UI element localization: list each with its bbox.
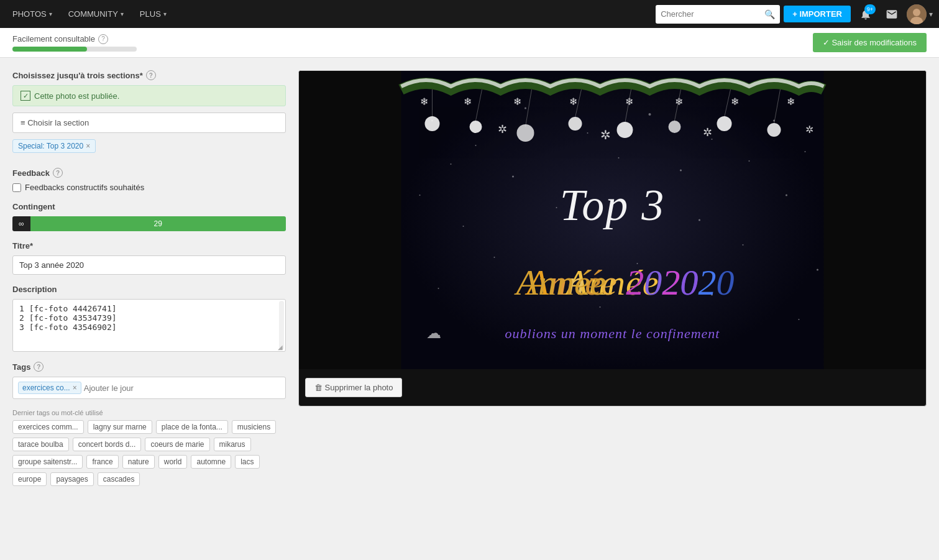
svg-point-14 [512,176,514,178]
tag-suggestion-4[interactable]: tarace boulba [12,438,69,451]
svg-text:2020: 2020 [662,262,735,303]
tag-suggestions: exercices comm... lagny sur marne place … [12,420,286,486]
svg-text:Top 3: Top 3 [560,180,665,230]
tag-chip[interactable]: exercices co... × [18,382,81,394]
tag-suggestion-11[interactable]: world [158,455,188,469]
svg-point-15 [618,157,620,158]
search-input[interactable] [661,9,764,19]
tag-suggestion-15[interactable]: paysages [50,472,93,486]
titre-form-section: Titre* [12,241,286,275]
tag-suggestion-14[interactable]: europe [12,472,47,486]
section-tag-badge[interactable]: Special: Top 3 2020 × [12,139,96,153]
tag-suggestion-10[interactable]: nature [122,455,155,469]
last-tags-label: Dernier tags ou mot-clé utilisé [12,409,286,416]
tags-label: Tags [12,362,30,372]
contingent-value: 29 [154,219,162,228]
feedback-help-icon[interactable]: ? [53,168,63,178]
svg-text:❄: ❄ [731,96,739,107]
svg-point-7 [524,108,526,109]
notification-bell[interactable]: 9+ [854,3,877,25]
sections-help-icon[interactable]: ? [146,70,156,80]
svg-point-30 [799,319,800,320]
svg-text:oublions un moment le confinem: oublions un moment le confinement [505,326,720,341]
tag-suggestion-16[interactable]: cascades [98,472,140,486]
feedback-label: Feedback [12,168,50,178]
section-tag-text: Special: Top 3 2020 [18,142,83,150]
svg-point-23 [494,257,495,258]
user-avatar-button[interactable]: ▾ [907,4,933,24]
svg-point-10 [712,139,713,140]
delete-photo-button[interactable]: 🗑 Supprimer la photo [305,378,402,397]
tag-suggestion-9[interactable]: france [86,455,118,469]
choose-section-button[interactable]: ≡ Choisir la section [12,112,286,133]
tag-suggestion-12[interactable]: automne [191,455,231,469]
mail-icon[interactable] [881,3,903,25]
svg-point-20 [463,226,464,227]
right-panel: ❄❄ ❄❄ ❄❄ ❄❄ [298,70,927,531]
svg-point-1 [913,9,920,16]
section-tag-remove[interactable]: × [86,142,90,150]
import-button[interactable]: + IMPORTER [784,6,851,22]
top-nav: PHOTOS ▾ COMMUNITY ▾ PLUS ▾ 🔍 + IMPORTER… [0,0,939,28]
titre-input[interactable] [12,255,286,275]
titre-label: Titre* [12,241,33,250]
nav-photos[interactable]: PHOTOS ▾ [6,0,58,28]
tags-help-icon[interactable]: ? [34,362,44,372]
image-svg: ❄❄ ❄❄ ❄❄ ❄❄ [299,71,926,369]
sections-form-section: Choisissez jusqu'à trois sections* ? ✓ C… [12,70,286,158]
photos-chevron-icon: ▾ [49,11,52,17]
svg-text:☁: ☁ [426,324,441,341]
feedback-checkbox-row[interactable]: Feedbacks constructifs souhaités [12,183,286,192]
nav-community-label: COMMUNITY [68,9,118,19]
tag-suggestion-5[interactable]: concert bords d... [73,438,142,451]
svg-point-12 [805,151,806,152]
tag-suggestion-3[interactable]: musiciens [232,420,276,434]
avatar [907,4,927,24]
textarea-resize-handle[interactable]: ◢ [278,344,285,351]
svg-text:❄: ❄ [569,96,577,107]
published-notice-text: Cette photo est publiée. [34,91,119,101]
published-check-icon: ✓ [21,91,30,101]
tag-suggestion-8[interactable]: groupe saitenstr... [12,455,83,469]
nav-plus[interactable]: PLUS ▾ [134,0,173,28]
svg-point-54 [767,123,781,137]
tag-suggestion-0[interactable]: exercices comm... [12,420,84,434]
consultable-help-icon[interactable]: ? [98,34,108,44]
save-button[interactable]: ✓ Saisir des modifications [813,33,927,52]
svg-point-26 [817,269,818,271]
nav-photos-label: PHOTOS [12,9,47,19]
tag-suggestion-7[interactable]: mikarus [214,438,251,451]
subheader: Facilement consultable ? ✓ Saisir des mo… [0,28,939,58]
svg-point-6 [475,145,477,146]
main-layout: Choisissez jusqu'à trois sections* ? ✓ C… [0,58,939,543]
description-form-section: Description 1 [fc-foto 44426741] 2 [fc-f… [12,285,286,352]
nav-plus-label: PLUS [140,9,161,19]
svg-point-48 [470,121,482,133]
tag-suggestion-1[interactable]: lagny sur marne [88,420,152,434]
svg-point-51 [617,122,633,138]
svg-point-22 [699,219,700,221]
tags-text-input[interactable] [84,383,280,393]
tag-suggestion-6[interactable]: coeurs de marie [145,438,209,451]
feedback-checkbox[interactable] [12,183,21,192]
svg-text:✲: ✲ [805,124,813,135]
image-preview-inner: ❄❄ ❄❄ ❄❄ ❄❄ [299,71,926,369]
svg-point-25 [743,244,744,246]
tags-input-wrap[interactable]: exercices co... × [12,377,286,399]
description-textarea[interactable]: 1 [fc-foto 44426741] 2 [fc-foto 43534739… [13,300,285,349]
contingent-label: Contingent [12,202,55,211]
textarea-scrollbar[interactable] [279,301,284,350]
search-bar[interactable]: 🔍 [656,5,780,24]
nav-community[interactable]: COMMUNITY ▾ [62,0,130,28]
tag-suggestion-13[interactable]: lacs [235,455,259,469]
feedback-form-section: Feedback ? Feedbacks constructifs souhai… [12,168,286,192]
tag-suggestion-2[interactable]: place de la fonta... [156,420,228,434]
search-icon: 🔍 [764,9,775,19]
svg-text:✲: ✲ [703,126,712,139]
consultable-label: Facilement consultable [12,34,95,44]
contingent-inf: ∞ [12,216,30,231]
svg-point-21 [556,207,557,208]
svg-point-16 [680,170,682,172]
community-chevron-icon: ▾ [121,11,124,17]
tag-chip-remove[interactable]: × [73,383,77,392]
